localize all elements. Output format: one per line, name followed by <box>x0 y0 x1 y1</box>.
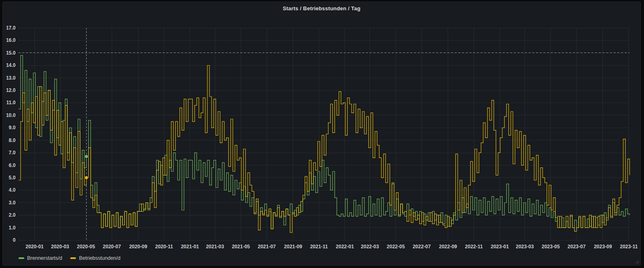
y-tick-label: 15.0 <box>6 50 16 56</box>
y-tick-label: 2.0 <box>9 212 16 218</box>
x-tick-label: 2020-07 <box>103 244 121 250</box>
y-tick-label: 12.0 <box>6 87 16 93</box>
y-tick-label: 0 <box>13 237 16 243</box>
x-tick-label: 2023-03 <box>516 244 534 250</box>
y-tick-label: 10.0 <box>6 112 16 118</box>
x-tick-label: 2023-07 <box>568 244 586 250</box>
x-tick-label: 2023-09 <box>594 244 612 250</box>
panel-resize-handle[interactable] <box>635 260 639 264</box>
panel-title[interactable]: Starts / Betriebsstunden / Tag <box>283 5 360 11</box>
grid <box>18 28 630 240</box>
dashboard-background: Starts / Betriebsstunden / Tag 01.02.03.… <box>0 0 644 268</box>
hover-marker-betriebsstunden <box>85 176 88 179</box>
y-tick-label: 3.0 <box>9 200 16 206</box>
x-tick-label: 2023-11 <box>620 244 638 250</box>
x-tick-label: 2022-07 <box>413 244 431 250</box>
x-tick-label: 2020-01 <box>25 244 44 250</box>
x-axis-labels: 2020-012020-032020-052020-072020-092020-… <box>25 244 638 250</box>
y-tick-label: 14.0 <box>6 62 16 68</box>
y-tick-label: 8.0 <box>9 137 16 143</box>
y-tick-label: 7.0 <box>9 150 16 156</box>
legend: Brennerstarts/d Betriebsstunden/d <box>18 254 120 262</box>
graph-panel: Starts / Betriebsstunden / Tag 01.02.03.… <box>2 2 641 266</box>
x-tick-label: 2023-01 <box>491 244 509 250</box>
y-tick-label: 16.0 <box>6 37 16 43</box>
x-tick-label: 2022-05 <box>387 244 405 250</box>
x-tick-label: 2021-05 <box>232 244 250 250</box>
legend-label[interactable]: Betriebsstunden/d <box>79 255 120 261</box>
time-series-chart[interactable]: 01.02.03.04.05.06.07.08.09.010.011.012.0… <box>3 15 641 254</box>
y-tick-label: 1.0 <box>9 225 16 231</box>
panel-header[interactable]: Starts / Betriebsstunden / Tag <box>3 2 640 14</box>
y-axis-labels: 01.02.03.04.05.06.07.08.09.010.011.012.0… <box>6 25 16 243</box>
y-tick-label: 6.0 <box>9 163 16 168</box>
x-tick-label: 2021-11 <box>310 244 328 250</box>
y-tick-label: 5.0 <box>9 175 16 181</box>
series-swatch-yellow <box>70 257 76 259</box>
x-tick-label: 2020-11 <box>155 244 173 250</box>
y-tick-label: 17.0 <box>6 25 16 31</box>
hover-marker-brennerstarts <box>85 155 88 158</box>
x-tick-label: 2023-05 <box>542 244 560 250</box>
x-tick-label: 2021-07 <box>258 244 276 250</box>
y-tick-label: 11.0 <box>6 100 16 105</box>
legend-label[interactable]: Brennerstarts/d <box>27 255 62 261</box>
x-tick-label: 2021-03 <box>206 244 224 250</box>
x-tick-label: 2021-09 <box>284 244 302 250</box>
y-tick-label: 13.0 <box>6 75 16 81</box>
x-tick-label: 2022-03 <box>361 244 379 250</box>
x-tick-label: 2020-05 <box>77 244 95 250</box>
x-tick-label: 2022-11 <box>465 244 483 250</box>
legend-item-brennerstarts[interactable]: Brennerstarts/d <box>18 255 62 261</box>
x-tick-label: 2021-01 <box>181 244 199 250</box>
y-tick-label: 9.0 <box>9 125 16 131</box>
x-tick-label: 2022-09 <box>439 244 457 250</box>
series-swatch-green <box>18 257 24 259</box>
x-tick-label: 2020-09 <box>129 244 147 250</box>
x-tick-label: 2022-01 <box>336 244 354 250</box>
y-tick-label: 4.0 <box>9 187 16 193</box>
legend-item-betriebsstunden[interactable]: Betriebsstunden/d <box>70 255 120 261</box>
x-tick-label: 2020-03 <box>51 244 69 250</box>
